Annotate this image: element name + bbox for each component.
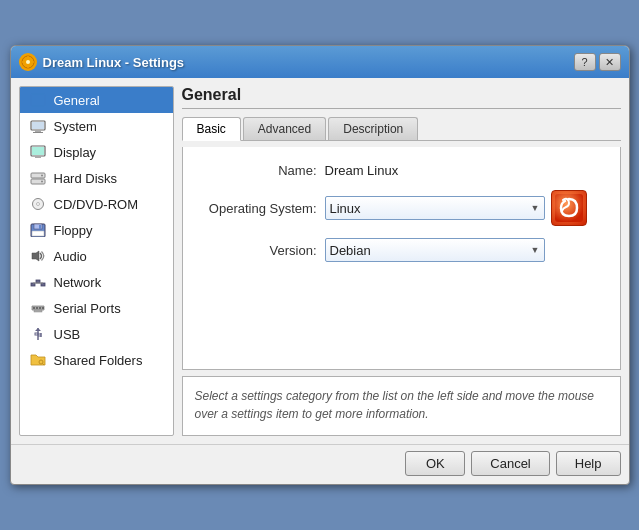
sidebar-label-audio: Audio xyxy=(54,249,87,264)
general-icon xyxy=(28,92,48,108)
name-row: Name: Dream Linux xyxy=(195,163,608,178)
svg-rect-13 xyxy=(35,130,41,132)
version-dropdown[interactable]: Debian ▼ xyxy=(325,238,545,262)
sidebar-label-system: System xyxy=(54,119,97,134)
os-input-group: Linux ▼ xyxy=(325,190,587,226)
audio-icon xyxy=(28,248,48,264)
svg-point-34 xyxy=(33,307,35,309)
svg-rect-41 xyxy=(35,333,38,335)
os-label: Operating System: xyxy=(195,201,325,216)
svg-marker-28 xyxy=(32,251,39,261)
title-buttons: ? ✕ xyxy=(574,53,621,71)
tab-bar: Basic Advanced Description xyxy=(182,117,621,141)
sidebar-label-general: General xyxy=(54,93,100,108)
svg-point-21 xyxy=(41,181,43,183)
close-button[interactable]: ✕ xyxy=(599,53,621,71)
floppy-icon xyxy=(28,222,48,238)
system-icon xyxy=(28,118,48,134)
main-panel: General Basic Advanced Description Name:… xyxy=(182,86,621,436)
vbox-logo xyxy=(551,190,587,226)
sidebar-item-hard-disks[interactable]: Hard Disks xyxy=(20,165,173,191)
info-box: Select a settings category from the list… xyxy=(182,376,621,436)
svg-point-35 xyxy=(36,307,38,309)
sidebar-item-audio[interactable]: Audio xyxy=(20,243,173,269)
svg-rect-14 xyxy=(33,132,43,133)
svg-rect-26 xyxy=(39,225,41,229)
hard-disks-icon xyxy=(28,170,48,186)
sidebar-item-general[interactable]: General xyxy=(20,87,173,113)
os-row: Operating System: Linux ▼ xyxy=(195,190,608,226)
sidebar-label-cd-dvd: CD/DVD-ROM xyxy=(54,197,139,212)
svg-rect-9 xyxy=(33,101,37,104)
cd-dvd-icon xyxy=(28,196,48,212)
sidebar-label-usb: USB xyxy=(54,327,81,342)
sidebar-item-shared-folders[interactable]: Shared Folders xyxy=(20,347,173,373)
svg-rect-17 xyxy=(35,156,41,158)
content-area: General System xyxy=(11,78,629,444)
sidebar-item-network[interactable]: Network xyxy=(20,269,173,295)
usb-icon xyxy=(28,326,48,342)
sidebar-item-usb[interactable]: USB xyxy=(20,321,173,347)
sidebar-label-floppy: Floppy xyxy=(54,223,93,238)
svg-rect-7 xyxy=(33,96,37,99)
svg-point-1 xyxy=(26,60,30,64)
name-value: Dream Linux xyxy=(325,163,399,178)
svg-point-45 xyxy=(40,335,42,337)
svg-rect-10 xyxy=(39,101,43,104)
svg-point-37 xyxy=(42,307,44,309)
sidebar-label-hard-disks: Hard Disks xyxy=(54,171,118,186)
help-button[interactable]: ? xyxy=(574,53,596,71)
svg-rect-8 xyxy=(39,96,43,99)
sidebar-item-serial-ports[interactable]: Serial Ports xyxy=(20,295,173,321)
cancel-button[interactable]: Cancel xyxy=(471,451,549,476)
svg-rect-38 xyxy=(34,310,42,312)
sidebar-item-system[interactable]: System xyxy=(20,113,173,139)
svg-rect-16 xyxy=(32,147,44,155)
title-bar: Dream Linux - Settings ? ✕ xyxy=(11,46,629,78)
info-text: Select a settings category from the list… xyxy=(195,389,595,421)
os-dropdown-value: Linux xyxy=(330,201,361,216)
ok-button[interactable]: OK xyxy=(405,451,465,476)
sidebar-label-shared-folders: Shared Folders xyxy=(54,353,143,368)
tab-description[interactable]: Description xyxy=(328,117,418,140)
sidebar-label-display: Display xyxy=(54,145,97,160)
version-dropdown-value: Debian xyxy=(330,243,371,258)
tab-basic[interactable]: Basic xyxy=(182,117,241,141)
sidebar-item-display[interactable]: Display xyxy=(20,139,173,165)
window-title: Dream Linux - Settings xyxy=(43,55,568,70)
network-icon xyxy=(28,274,48,290)
version-label: Version: xyxy=(195,243,325,258)
display-icon xyxy=(28,144,48,160)
sidebar-label-network: Network xyxy=(54,275,102,290)
svg-rect-27 xyxy=(32,231,44,236)
version-row: Version: Debian ▼ xyxy=(195,238,608,262)
svg-point-23 xyxy=(36,203,39,206)
tab-advanced[interactable]: Advanced xyxy=(243,117,326,140)
bottom-bar: OK Cancel Help xyxy=(11,444,629,484)
version-dropdown-arrow: ▼ xyxy=(531,245,540,255)
sidebar-item-cd-dvd[interactable]: CD/DVD-ROM xyxy=(20,191,173,217)
shared-folders-icon xyxy=(28,352,48,368)
serial-ports-icon xyxy=(28,300,48,316)
sidebar: General System xyxy=(19,86,174,436)
svg-rect-12 xyxy=(32,122,44,129)
svg-point-19 xyxy=(41,175,43,177)
os-dropdown[interactable]: Linux ▼ xyxy=(325,196,545,220)
settings-window: Dream Linux - Settings ? ✕ Gene xyxy=(10,45,630,485)
tab-content-basic: Name: Dream Linux Operating System: Linu… xyxy=(182,147,621,370)
sidebar-label-serial-ports: Serial Ports xyxy=(54,301,121,316)
svg-rect-6 xyxy=(31,94,45,106)
sidebar-item-floppy[interactable]: Floppy xyxy=(20,217,173,243)
os-dropdown-arrow: ▼ xyxy=(531,203,540,213)
app-icon xyxy=(19,53,37,71)
svg-marker-40 xyxy=(35,328,41,331)
svg-point-36 xyxy=(39,307,41,309)
svg-point-43 xyxy=(40,333,42,335)
name-label: Name: xyxy=(195,163,325,178)
help-button-footer[interactable]: Help xyxy=(556,451,621,476)
panel-title: General xyxy=(182,86,621,109)
